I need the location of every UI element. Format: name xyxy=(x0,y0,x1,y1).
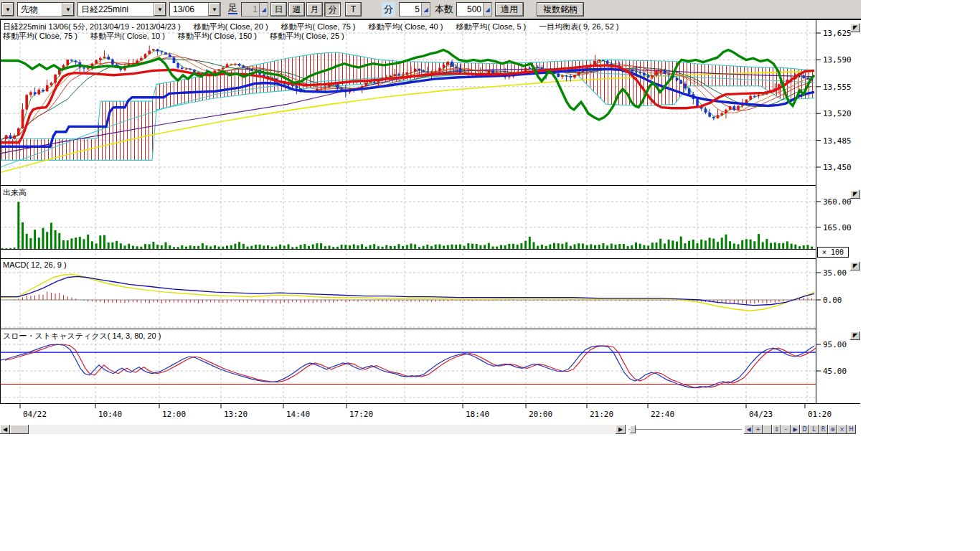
chart-tool-button-0[interactable]: ◀ xyxy=(744,425,753,434)
chart-tool-button-11[interactable]: H xyxy=(847,425,856,434)
time-axis-label: 18:40 xyxy=(466,410,489,419)
chart-tool-button-8[interactable]: R xyxy=(819,425,828,434)
time-axis-label: 21:20 xyxy=(590,410,613,419)
chart-tool-button-9[interactable]: ⊕ xyxy=(828,425,837,434)
macd-pane-menu-arrow-icon[interactable]: ◤ xyxy=(850,262,860,270)
price-pane-menu-arrow-icon[interactable]: ◤ xyxy=(850,24,860,32)
stoch-k-line xyxy=(0,344,814,388)
stoch-pane-menu-arrow-icon[interactable]: ◤ xyxy=(850,331,860,340)
time-axis-label: 13:20 xyxy=(224,410,248,419)
scroll-right-button[interactable]: ▶ xyxy=(616,425,626,434)
legend-item: 移動平均( Close, 10 ) xyxy=(90,31,165,42)
chart-canvas: 13,62513,59013,55513,52013,48513,450360.… xyxy=(0,0,861,435)
time-axis-label: 20:00 xyxy=(529,410,552,419)
chart-tool-button-3[interactable]: ⇕ xyxy=(772,425,781,434)
macd-axis-label: 0.00 xyxy=(823,296,842,305)
price-axis-label: 13,555 xyxy=(823,83,852,92)
price-axis-label: 13,520 xyxy=(823,109,852,118)
time-axis-label: 17:20 xyxy=(349,410,373,419)
legend-item: 移動平均( Close, 40 ) xyxy=(369,22,443,32)
price-axis-label: 13,590 xyxy=(823,55,852,65)
volume-pane-label: 出来高 xyxy=(3,187,27,198)
price-axis-label: 13,450 xyxy=(823,163,852,172)
chart-tool-button-1[interactable]: + xyxy=(753,425,763,434)
scroll-left-button[interactable]: ◀ xyxy=(0,425,10,434)
scrollbar-track[interactable] xyxy=(10,425,616,434)
time-axis-label: 12:00 xyxy=(162,410,186,419)
volume-series xyxy=(1,202,814,249)
chart-tool-button-6[interactable]: D xyxy=(800,425,809,434)
legend-item: 移動平均( Close, 75 ) xyxy=(3,31,77,42)
legend-item: 移動平均( Close, 25 ) xyxy=(270,31,344,42)
time-axis-label: 01:20 xyxy=(808,410,831,419)
chart-tool-button-2[interactable] xyxy=(763,425,772,434)
chart-tool-button-4[interactable]: - xyxy=(781,425,791,434)
chart-tool-buttons: ◀+ ⇕-▶DLR⊕×H xyxy=(744,425,856,434)
zoom-slider[interactable] xyxy=(628,425,742,434)
time-axis-label: 22:40 xyxy=(651,410,674,419)
stoch-axis-label: 45.00 xyxy=(823,367,847,376)
zoom-slider-thumb[interactable] xyxy=(630,425,636,433)
zoom-slider-track xyxy=(628,429,742,430)
chart-application-window: ▼ 先物 ▼ 日経225mini ▼ 13/06 ▼ 足 1 ◢ 日 週 月 分… xyxy=(0,0,861,435)
volume-axis-label: 360.00 xyxy=(823,197,852,207)
chart-tool-button-10[interactable]: × xyxy=(837,425,847,434)
horizontal-scrollbar: ◀ ▶ ◀+ ⇕-▶DLR⊕×H xyxy=(0,425,861,435)
stochastics-pane-label: スロー・ストキャスティクス( 14, 3, 80, 20 ) xyxy=(3,331,161,342)
macd-signal-line xyxy=(0,274,814,311)
legend-row-2: 移動平均( Close, 75 ) 移動平均( Close, 10 ) 移動平均… xyxy=(3,31,344,42)
scrollbar-thumb[interactable] xyxy=(10,425,29,434)
legend-item: 移動平均( Close, 150 ) xyxy=(178,31,257,42)
time-axis-label: 10:40 xyxy=(98,410,122,419)
macd-pane-label: MACD( 12, 26, 9 ) xyxy=(3,260,67,269)
time-axis-label: 14:40 xyxy=(286,410,310,419)
macd-axis-label: 35.00 xyxy=(823,268,847,278)
stoch-axis-label: 95.00 xyxy=(823,340,847,349)
time-axis-label: 04/23 xyxy=(749,410,773,419)
legend-item: 一目均衡表( 9, 26, 52 ) xyxy=(539,22,618,32)
volume-multiplier-badge: × 100 xyxy=(817,247,849,258)
price-axis-label: 13,485 xyxy=(823,136,852,146)
chart-tool-button-7[interactable]: L xyxy=(809,425,819,434)
volume-pane-menu-arrow-icon[interactable]: ◤ xyxy=(850,190,860,199)
legend-item: 移動平均( Close, 5 ) xyxy=(456,22,526,32)
price-axis-label: 13,625 xyxy=(823,29,852,38)
volume-axis-label: 165.00 xyxy=(823,223,852,232)
time-axis-label: 04/22 xyxy=(23,410,47,419)
chart-tool-button-5[interactable]: ▶ xyxy=(791,425,800,434)
